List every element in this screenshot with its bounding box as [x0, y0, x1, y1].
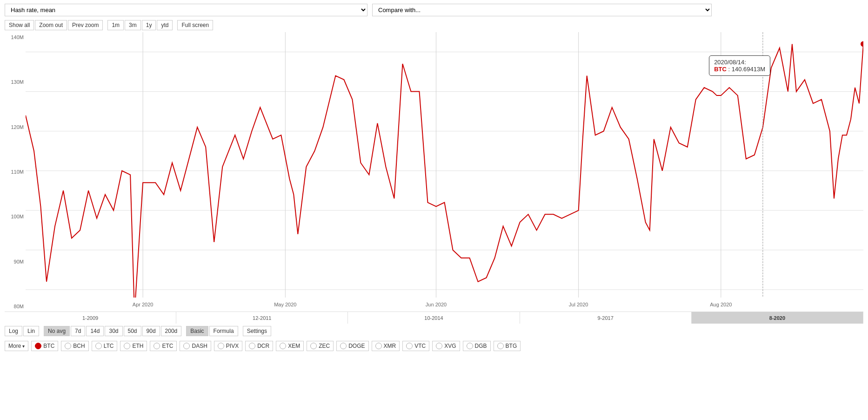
doge-circle: [340, 343, 347, 349]
dcr-label: DCR: [257, 343, 269, 349]
coin-xvg[interactable]: XVG: [432, 341, 460, 351]
50d-button[interactable]: 50d: [124, 326, 141, 336]
1m-button[interactable]: 1m: [107, 20, 124, 30]
coin-doge[interactable]: DOGE: [336, 341, 368, 351]
fullscreen-button[interactable]: Full screen: [177, 20, 213, 30]
y-label-120m: 120M: [5, 124, 26, 130]
toolbar: Show all Zoom out Prev zoom 1m 3m 1y ytd…: [0, 18, 868, 32]
prev-zoom-button[interactable]: Prev zoom: [68, 20, 103, 30]
coin-dgb[interactable]: DGB: [463, 341, 491, 351]
range-8-2020[interactable]: 8-2020: [692, 312, 863, 324]
doge-label: DOGE: [348, 343, 365, 349]
y-label-140m: 140M: [5, 34, 26, 40]
bch-circle: [65, 343, 71, 349]
zoom-out-button[interactable]: Zoom out: [35, 20, 67, 30]
bch-label: BCH: [73, 343, 85, 349]
btc-circle: [35, 343, 41, 349]
7d-button[interactable]: 7d: [71, 326, 85, 336]
xem-circle: [280, 343, 286, 349]
x-label-jun: Jun 2020: [426, 302, 447, 307]
chart-inner: [26, 32, 863, 298]
y-axis-labels: 140M 130M 120M 110M 100M 90M 80M: [5, 32, 26, 312]
no-avg-button[interactable]: No avg: [44, 326, 70, 336]
pivx-label: PIVX: [226, 343, 239, 349]
coin-dcr[interactable]: DCR: [245, 341, 273, 351]
range-9-2017[interactable]: 9-2017: [520, 312, 692, 324]
lin-button[interactable]: Lin: [23, 326, 39, 336]
more-chevron-icon: ▾: [22, 344, 25, 349]
show-all-button[interactable]: Show all: [5, 20, 34, 30]
top-controls: Hash rate, mean Hash rate, total Difficu…: [0, 0, 868, 18]
more-label: More: [8, 343, 21, 349]
svg-point-12: [861, 41, 863, 47]
dash-circle: [183, 343, 190, 349]
coin-btc[interactable]: BTC: [31, 341, 58, 351]
vtc-label: VTC: [414, 343, 426, 349]
ytd-button[interactable]: ytd: [157, 20, 173, 30]
coin-zec[interactable]: ZEC: [307, 341, 334, 351]
zec-circle: [310, 343, 317, 349]
metric-dropdown[interactable]: Hash rate, mean Hash rate, total Difficu…: [5, 4, 367, 16]
range-1-2009[interactable]: 1-2009: [5, 312, 176, 324]
dgb-circle: [467, 343, 473, 349]
eth-label: ETH: [132, 343, 143, 349]
coin-bch[interactable]: BCH: [61, 341, 88, 351]
coin-pivx[interactable]: PIVX: [214, 341, 242, 351]
ltc-label: LTC: [104, 343, 114, 349]
x-axis-labels: Apr 2020 May 2020 Jun 2020 Jul 2020 Aug …: [26, 298, 863, 312]
log-button[interactable]: Log: [5, 326, 22, 336]
coin-btg[interactable]: BTG: [494, 341, 521, 351]
xvg-circle: [436, 343, 442, 349]
zec-label: ZEC: [319, 343, 330, 349]
14d-button[interactable]: 14d: [86, 326, 104, 336]
formula-button[interactable]: Formula: [209, 326, 238, 336]
1y-button[interactable]: 1y: [142, 20, 156, 30]
btc-label: BTC: [43, 343, 54, 349]
compare-dropdown[interactable]: Compare with...: [372, 4, 712, 16]
coin-ltc[interactable]: LTC: [92, 341, 118, 351]
etc-circle: [154, 343, 160, 349]
basic-button[interactable]: Basic: [186, 326, 208, 336]
xmr-label: XMR: [384, 343, 396, 349]
90d-button[interactable]: 90d: [142, 326, 160, 336]
y-label-130m: 130M: [5, 79, 26, 85]
y-label-110m: 110M: [5, 169, 26, 175]
xmr-circle: [375, 343, 382, 349]
dash-label: DASH: [192, 343, 207, 349]
x-label-jul: Jul 2020: [569, 302, 588, 307]
x-label-apr: Apr 2020: [133, 302, 154, 307]
y-label-80m: 80M: [5, 304, 26, 309]
coin-bar: More ▾ BTC BCH LTC ETH ETC DASH PIVX DCR…: [0, 339, 868, 353]
dgb-label: DGB: [475, 343, 487, 349]
3m-button[interactable]: 3m: [125, 20, 141, 30]
range-10-2014[interactable]: 10-2014: [348, 312, 520, 324]
xem-label: XEM: [288, 343, 300, 349]
coin-xmr[interactable]: XMR: [372, 341, 400, 351]
xvg-label: XVG: [444, 343, 456, 349]
coin-etc[interactable]: ETC: [150, 341, 177, 351]
pivx-circle: [218, 343, 224, 349]
x-label-aug: Aug 2020: [710, 302, 732, 307]
x-label-may: May 2020: [274, 302, 296, 307]
coin-dash[interactable]: DASH: [180, 341, 211, 351]
btg-label: BTG: [506, 343, 517, 349]
btg-circle: [497, 343, 504, 349]
vtc-circle: [406, 343, 413, 349]
y-label-100m: 100M: [5, 214, 26, 219]
settings-button[interactable]: Settings: [243, 326, 271, 336]
eth-circle: [124, 343, 130, 349]
coin-eth[interactable]: ETH: [120, 341, 147, 351]
more-dropdown[interactable]: More ▾: [5, 341, 28, 351]
range-bar: 1-2009 12-2011 10-2014 9-2017 8-2020: [5, 312, 863, 324]
ltc-circle: [95, 343, 102, 349]
bottom-toolbar: Log Lin No avg 7d 14d 30d 50d 90d 200d B…: [0, 324, 868, 339]
range-12-2011[interactable]: 12-2011: [176, 312, 348, 324]
y-label-90m: 90M: [5, 259, 26, 264]
coin-vtc[interactable]: VTC: [402, 341, 429, 351]
dcr-circle: [249, 343, 255, 349]
coin-xem[interactable]: XEM: [276, 341, 304, 351]
chart-container: 140M 130M 120M 110M 100M 90M 80M 2020/08…: [5, 32, 863, 312]
30d-button[interactable]: 30d: [105, 326, 122, 336]
etc-label: ETC: [162, 343, 173, 349]
200d-button[interactable]: 200d: [161, 326, 182, 336]
